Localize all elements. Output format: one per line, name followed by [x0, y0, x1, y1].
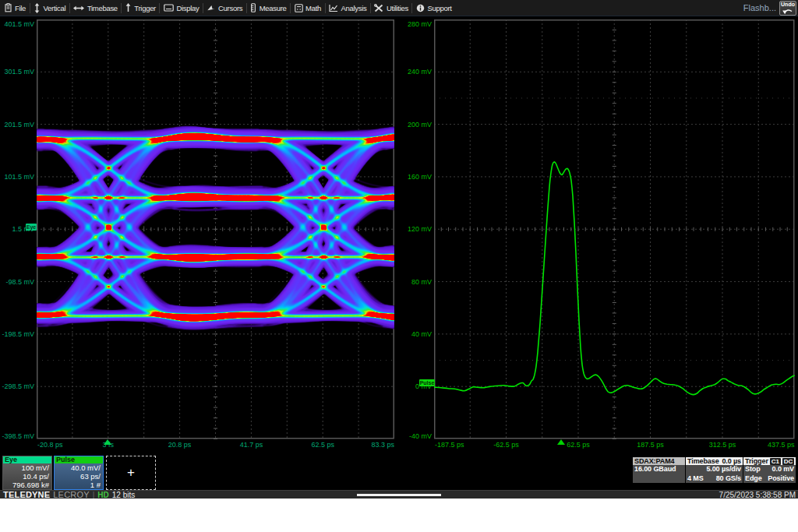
x-axis-label: -20.8 ps — [37, 441, 63, 449]
math-icon — [295, 4, 303, 12]
sdax-baud: 16.00 GBaud — [634, 465, 676, 474]
flashback-label[interactable]: Flashb... — [743, 3, 776, 12]
horizontal-arrows-icon — [73, 5, 84, 12]
menu-item-file[interactable]: File — [0, 0, 30, 16]
pulse-count: 1 # — [55, 481, 103, 489]
menu-item-label: Support — [427, 4, 451, 12]
timebase-samplerate: 80 GS/s — [716, 474, 741, 484]
y-axis-label: 120 mV — [408, 225, 432, 233]
bits-label: 12 bits — [112, 491, 135, 499]
left-trigger-position-marker[interactable] — [104, 439, 111, 445]
y-axis-label: -398.5 mV — [2, 432, 34, 440]
menu-item-timebase[interactable]: Timebase — [70, 0, 121, 16]
timebase-info-box[interactable]: Timebase 0.0 µs 5.00 µs/div 4 MS 80 GS/s — [686, 457, 743, 483]
menu-item-utilities[interactable]: Utilities — [371, 0, 411, 16]
menu-item-label: Analysis — [341, 4, 367, 12]
x-axis-label: 312.5 ps — [709, 441, 736, 449]
trigger-row: Stop 0.0 mV — [743, 465, 796, 474]
menu-item-math[interactable]: Math — [291, 0, 324, 16]
timebase-row: 4 MS 80 GS/s — [686, 474, 743, 484]
pulse-descriptor-box[interactable]: Pulse 40.0 mV/ 63 ps/ 1 # — [54, 456, 104, 490]
menu-item-label: Trigger — [134, 4, 156, 12]
x-axis-label: -187.5 ps — [435, 441, 464, 449]
hd-mode-label: HD — [97, 491, 108, 499]
y-axis-label: 80 mV — [411, 278, 432, 286]
menu-item-measure[interactable]: Measure — [247, 0, 290, 16]
menu-item-label: Utilities — [387, 4, 408, 12]
pulse-trace — [434, 19, 796, 440]
trigger-title: Trigger — [745, 457, 768, 465]
y-axis-label: 201.5 mV — [4, 121, 34, 129]
vertical-arrows-icon — [34, 3, 41, 13]
y-axis-label: 240 mV — [408, 68, 432, 76]
progress-indicator — [357, 494, 441, 496]
undo-button[interactable]: Undo — [779, 1, 796, 16]
sdax-info-box[interactable]: SDAX:PAM4 16.00 GBaud — [633, 457, 685, 483]
trigger-info-box[interactable]: Trigger C1 DC Stop 0.0 mV Edge Positive — [743, 457, 796, 483]
eye-diagram-trace — [37, 19, 394, 439]
y-axis-label: 301.5 mV — [4, 68, 34, 76]
eye-trace-tag[interactable]: Eye — [26, 224, 37, 231]
trigger-type: Edge — [745, 474, 762, 484]
menu-item-label: Timebase — [87, 4, 118, 12]
y-axis-label: 101.5 mV — [4, 173, 34, 181]
eye-vertical-scale: 100 mV/ — [3, 463, 51, 472]
x-axis-label: -62.5 ps — [493, 441, 519, 449]
utilities-tools-icon — [374, 4, 383, 12]
undo-arrow-icon — [782, 8, 793, 15]
menu-item-display[interactable]: Display — [160, 0, 203, 16]
pulse-descriptor-title: Pulse — [55, 456, 103, 463]
file-icon — [4, 3, 12, 12]
analysis-chart-icon — [329, 4, 338, 12]
display-icon — [164, 4, 174, 12]
y-axis-label: 160 mV — [408, 173, 432, 181]
eye-diagram-graticule[interactable] — [37, 19, 394, 439]
y-axis-label: 280 mV — [408, 20, 432, 28]
menu-item-cursors[interactable]: Cursors — [203, 0, 246, 16]
timebase-header: Timebase 0.0 µs — [686, 457, 743, 465]
brand-separator: | — [93, 491, 95, 499]
measure-icon — [250, 3, 256, 12]
timebase-samples: 4 MS — [687, 474, 704, 484]
pulse-trace-tag[interactable]: Pulse — [419, 379, 435, 386]
trigger-arrow-icon — [125, 3, 132, 12]
x-axis-label: 41.7 ps — [240, 441, 263, 449]
bottom-white-strip — [0, 499, 798, 532]
menu-item-vertical[interactable]: Vertical — [30, 0, 69, 16]
trigger-level: 0.0 mV — [772, 465, 794, 474]
menu-item-label: Math — [305, 4, 321, 12]
y-axis-label: 401.5 mV — [4, 20, 34, 28]
x-axis-label: 437.5 ps — [768, 441, 795, 449]
trigger-coupling-badge: DC — [782, 458, 794, 465]
menu-bar: FileVerticalTimebaseTriggerDisplayCursor… — [0, 0, 798, 16]
menu-item-support[interactable]: Support — [412, 0, 455, 16]
menu-item-label: Measure — [260, 4, 287, 12]
trigger-badges: C1 DC — [768, 457, 794, 465]
menu-item-label: File — [15, 4, 26, 12]
x-axis-label: 62.5 ps — [567, 441, 590, 449]
plus-icon: + — [127, 465, 135, 481]
add-trace-button[interactable]: + — [106, 456, 156, 490]
sdax-row — [633, 474, 685, 484]
x-axis-label: 62.5 ps — [311, 441, 334, 449]
y-axis-label: 40 mV — [411, 330, 432, 338]
sdax-row: 16.00 GBaud — [633, 465, 685, 474]
trigger-row: Edge Positive — [743, 474, 796, 484]
pulse-horizontal-scale: 63 ps/ — [55, 472, 103, 481]
x-axis-label: 20.8 ps — [168, 441, 192, 449]
cursor-pointer-icon — [207, 4, 216, 12]
menu-item-analysis[interactable]: Analysis — [326, 0, 370, 16]
eye-descriptor-title: Eye — [3, 456, 51, 463]
right-trigger-position-marker[interactable] — [557, 439, 565, 445]
eye-horizontal-scale: 10.4 ps/ — [3, 472, 51, 481]
eye-descriptor-box[interactable]: Eye 100 mV/ 10.4 ps/ 796.698 k# — [2, 456, 52, 490]
eye-population: 796.698 k# — [3, 481, 51, 489]
support-info-icon — [416, 4, 425, 12]
timebase-offset: 0.0 µs — [722, 457, 741, 465]
menu-item-label: Display — [176, 4, 199, 12]
timebase-row: 5.00 µs/div — [686, 465, 743, 474]
y-axis-label: 200 mV — [408, 121, 432, 129]
menu-item-trigger[interactable]: Trigger — [122, 0, 159, 16]
sdax-header: SDAX:PAM4 — [633, 457, 685, 465]
pulse-graticule[interactable] — [434, 19, 795, 439]
